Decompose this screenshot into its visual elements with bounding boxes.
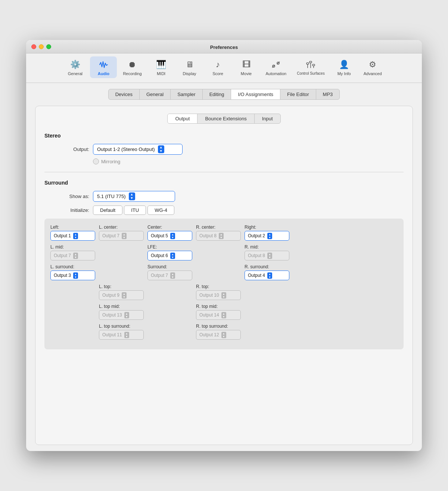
sub-tab-input[interactable]: Input — [255, 114, 280, 123]
toolbar-item-my-info[interactable]: 👤 My Info — [331, 56, 358, 78]
right-select[interactable]: Output 2 ▲ ▼ — [245, 231, 289, 241]
ltop-arrows: ▲ ▼ — [122, 292, 127, 299]
rcenter-label: R. center: — [196, 225, 241, 230]
cell-lcenter: L. center: Output 7 ▲ ▼ — [99, 225, 144, 241]
cell-rmid: R. mid: Output 8 ▲ ▼ — [245, 244, 289, 260]
lsurround-arrows: ▲ ▼ — [73, 272, 78, 279]
ltopsurround-arrows: ▲ ▼ — [124, 332, 129, 338]
rtop-label: R. top: — [196, 284, 241, 289]
left-select[interactable]: Output 1 ▲ ▼ — [50, 231, 95, 241]
output-select[interactable]: Output 1-2 (Stereo Output) ▲ ▼ — [93, 144, 183, 155]
toolbar-item-audio[interactable]: Audio — [90, 56, 117, 78]
toolbar-item-recording[interactable]: ⏺ Recording — [118, 56, 146, 78]
general-icon: ⚙️ — [69, 59, 81, 71]
cell-rtopsurround: R. top surround: Output 12 ▲ ▼ — [196, 324, 241, 340]
toolbar-item-automation[interactable]: Automation — [261, 56, 291, 78]
toolbar-item-midi[interactable]: 🎹 MIDI — [148, 56, 175, 78]
rmid-select[interactable]: Output 8 ▲ ▼ — [245, 251, 289, 260]
rtopmid-arrows: ▲ ▼ — [221, 312, 226, 318]
lsurround-select[interactable]: Output 3 ▲ ▼ — [50, 271, 95, 280]
score-icon: ♪ — [212, 59, 224, 71]
rsurround-value: Output 4 — [248, 273, 265, 278]
surround-select[interactable]: Output 7 ▲ ▼ — [147, 271, 192, 280]
rsurround-select[interactable]: Output 4 ▲ ▼ — [245, 271, 289, 280]
initialize-btn-group: Default ITU WG-4 — [93, 206, 174, 215]
mirroring-checkbox-label: Mirroring — [93, 158, 120, 164]
lmid-select[interactable]: Output 7 ▲ ▼ — [50, 251, 95, 260]
tab-devices[interactable]: Devices — [109, 89, 140, 99]
surround-title: Surround — [44, 180, 404, 186]
tab-general[interactable]: General — [140, 89, 171, 99]
cell-rtop: R. top: Output 10 ▲ ▼ — [196, 284, 241, 300]
lmid-label: L. mid: — [50, 244, 95, 250]
ltop-select[interactable]: Output 9 ▲ ▼ — [99, 290, 144, 300]
titlebar: Preferences — [26, 40, 422, 53]
toolbar-label-recording: Recording — [123, 71, 141, 76]
ltop-label: L. top: — [99, 284, 144, 289]
center-value: Output 5 — [151, 233, 168, 238]
output-label: Output: — [44, 146, 89, 152]
lcenter-select[interactable]: Output 7 ▲ ▼ — [99, 231, 144, 241]
minimize-button[interactable] — [39, 44, 44, 49]
rtopsurround-select[interactable]: Output 12 ▲ ▼ — [196, 330, 241, 340]
rtopmid-select[interactable]: Output 14 ▲ ▼ — [196, 310, 241, 320]
zoom-button[interactable] — [46, 44, 51, 49]
toolbar-label-general: General — [68, 71, 83, 76]
sub-tab-group: Output Bounce Extensions Input — [167, 114, 280, 124]
ltopmid-select[interactable]: Output 13 ▲ ▼ — [99, 310, 144, 320]
rtopsurround-label: R. top surround: — [196, 324, 241, 329]
rcenter-select[interactable]: Output 8 ▲ ▼ — [196, 231, 241, 241]
toolbar-item-general[interactable]: ⚙️ General — [62, 56, 88, 78]
rmid-value: Output 8 — [248, 253, 265, 258]
center-select[interactable]: Output 5 ▲ ▼ — [147, 231, 192, 241]
lmid-value: Output 7 — [54, 253, 71, 258]
tab-mp3[interactable]: MP3 — [316, 89, 340, 99]
main-panel: Output Bounce Extensions Input Stereo Ou… — [35, 106, 413, 445]
default-btn[interactable]: Default — [93, 206, 122, 215]
surround-arrows: ▲ ▼ — [170, 272, 175, 279]
toolbar-item-control-surfaces[interactable]: Control Surfaces — [292, 56, 329, 78]
cell-right: Right: Output 2 ▲ ▼ — [245, 225, 289, 241]
content-area: Devices General Sampler Editing I/O Assi… — [26, 83, 422, 451]
ltop-value: Output 9 — [102, 293, 119, 298]
close-button[interactable] — [31, 44, 36, 49]
lsurround-label: L. surround: — [50, 264, 95, 269]
show-as-select[interactable]: 5.1 (ITU 775) ▲ ▼ — [93, 191, 175, 202]
toolbar-item-movie[interactable]: 🎞 Movie — [233, 56, 260, 78]
itu-btn[interactable]: ITU — [124, 206, 146, 215]
cell-center: Center: Output 5 ▲ ▼ — [147, 225, 192, 241]
surround-row-5: L. top mid: Output 13 ▲ ▼ R. top mid: — [99, 304, 398, 320]
lfe-select[interactable]: Output 6 ▲ ▼ — [147, 251, 192, 260]
sub-tab-bounce-extensions[interactable]: Bounce Extensions — [197, 114, 254, 123]
toolbar-item-score[interactable]: ♪ Score — [205, 56, 231, 78]
lcenter-label: L. center: — [99, 225, 144, 230]
control-surfaces-icon — [305, 59, 317, 71]
toolbar-label-score: Score — [212, 71, 223, 76]
show-as-row: Show as: 5.1 (ITU 775) ▲ ▼ — [44, 191, 404, 202]
toolbar-label-control-surfaces: Control Surfaces — [297, 71, 324, 75]
cell-rsurround: R. surround: Output 4 ▲ ▼ — [245, 264, 289, 280]
surround-grid: Left: Output 1 ▲ ▼ L. center: Output — [44, 219, 404, 349]
tab-editing[interactable]: Editing — [203, 89, 231, 99]
wg4-btn[interactable]: WG-4 — [147, 206, 174, 215]
tab-io-assignments[interactable]: I/O Assignments — [231, 89, 280, 99]
surround-row-1: Left: Output 1 ▲ ▼ L. center: Output — [50, 225, 398, 241]
toolbar-item-advanced[interactable]: ⚙ Advanced — [359, 56, 386, 78]
output-select-value: Output 1-2 (Stereo Output) — [97, 146, 155, 152]
mirroring-checkbox[interactable] — [93, 158, 99, 164]
rtop-select[interactable]: Output 10 ▲ ▼ — [196, 290, 241, 300]
toolbar-label-movie: Movie — [241, 71, 252, 76]
sub-tab-output[interactable]: Output — [168, 114, 197, 123]
svg-rect-7 — [309, 61, 312, 63]
tab-sampler[interactable]: Sampler — [171, 89, 202, 99]
toolbar-label-advanced: Advanced — [364, 71, 382, 76]
automation-icon — [270, 59, 282, 71]
toolbar-item-display[interactable]: 🖥 Display — [176, 56, 203, 78]
mirroring-row: Mirroring — [44, 158, 404, 164]
toolbar-label-my-info: My Info — [337, 71, 351, 76]
left-label: Left: — [50, 225, 95, 230]
ltopsurround-select[interactable]: Output 11 ▲ ▼ — [99, 330, 144, 340]
tab-file-editor[interactable]: File Editor — [280, 89, 316, 99]
left-value: Output 1 — [54, 233, 71, 238]
right-label: Right: — [245, 225, 289, 230]
